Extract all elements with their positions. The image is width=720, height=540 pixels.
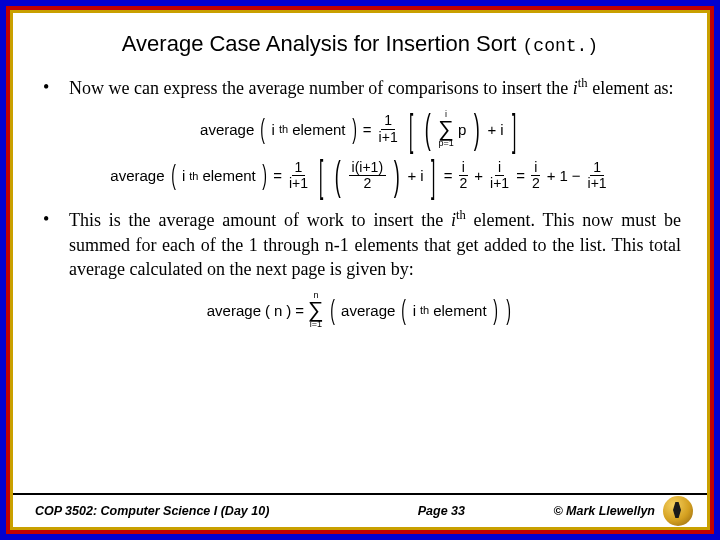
bullet-1-text: Now we can express the average number of… — [69, 75, 674, 100]
bullet-2-text: This is the average amount of work to in… — [69, 207, 681, 281]
bullet-marker-2: • — [39, 207, 69, 281]
f-i: i — [272, 121, 275, 138]
f-pl: + — [488, 121, 497, 138]
f2-1: 1 — [292, 160, 306, 176]
f-p: p — [458, 121, 466, 138]
f2-pl2: + — [474, 167, 483, 184]
f-avg: average — [200, 121, 254, 138]
f2-el: element — [202, 167, 255, 184]
bullet-marker: • — [39, 75, 69, 100]
f2-fip: i+1 — [487, 176, 512, 191]
slide-border-inner: Average Case Analysis for Insertion Sort… — [10, 10, 710, 530]
bullet1-post: element as: — [588, 78, 674, 98]
b2-a: This is the average amount of work to in… — [69, 210, 451, 230]
footer-page: Page 33 — [269, 504, 553, 518]
formula-3: average(n) = n∑i=1 (average(ith element)… — [39, 291, 681, 329]
f2-iip1: i(i+1) — [349, 160, 387, 176]
bullet1-pre: Now we can express the average number of… — [69, 78, 573, 98]
footer-author: © Mark Llewellyn — [553, 504, 655, 518]
formula-2: average(ith element) = 1i+1 [( i(i+1)2 )… — [39, 158, 681, 193]
f3-th: th — [420, 304, 429, 316]
f2-ip1: i+1 — [286, 176, 311, 191]
f-el: element — [292, 121, 345, 138]
f-eq: = — [363, 121, 372, 138]
f2-fi3: i — [531, 160, 540, 176]
f2-f2: 2 — [456, 176, 470, 191]
footer-course: COP 3502: Computer Science I (Day 10) — [35, 504, 269, 518]
s3-bot: i=1 — [310, 320, 322, 329]
slide-title: Average Case Analysis for Insertion Sort… — [39, 31, 681, 57]
formula-1: average(ith element) = 1i+1 [( i∑p=1 p )… — [39, 110, 681, 148]
f3-i: i — [413, 302, 416, 319]
f2-pl: + — [407, 167, 416, 184]
f2-th: th — [189, 170, 198, 182]
f3-el: element — [433, 302, 486, 319]
bullet-2: • This is the average amount of work to … — [39, 207, 681, 281]
f2-pl3: + — [547, 167, 556, 184]
bullet-1: • Now we can express the average number … — [39, 75, 681, 100]
slide-border-outer: Average Case Analysis for Insertion Sort… — [0, 0, 720, 540]
f2-fi2: i — [495, 160, 504, 176]
f2-fi: i — [459, 160, 468, 176]
b2-th: th — [456, 208, 466, 222]
slide-body: Average Case Analysis for Insertion Sort… — [13, 13, 707, 527]
f-th: th — [279, 123, 288, 135]
ucf-logo-icon — [663, 496, 693, 526]
slide-footer: COP 3502: Computer Science I (Day 10) Pa… — [13, 493, 707, 527]
f2-fip2: i+1 — [585, 176, 610, 191]
bullet1-th: th — [578, 76, 588, 90]
slide-border-mid: Average Case Analysis for Insertion Sort… — [6, 6, 714, 534]
f2-eq: = — [273, 167, 282, 184]
title-cont: (cont.) — [523, 36, 599, 56]
f-i2: i — [500, 121, 503, 138]
f2-mi: − — [572, 167, 581, 184]
f2-2: 2 — [360, 176, 374, 191]
f2-i: i — [182, 167, 185, 184]
f2-o2: 1 — [590, 160, 604, 176]
title-text: Average Case Analysis for Insertion Sort — [122, 31, 517, 56]
f2-avg: average — [110, 167, 164, 184]
f2-f22: 2 — [529, 176, 543, 191]
f3-avg2: average — [341, 302, 395, 319]
f-ip1: i+1 — [376, 130, 401, 145]
f2-o: 1 — [559, 167, 567, 184]
f3-eq: = — [295, 302, 304, 319]
f-1: 1 — [381, 113, 395, 129]
f3-avg: average — [207, 302, 261, 319]
f2-eq2: = — [444, 167, 453, 184]
f2-eq3: = — [516, 167, 525, 184]
f3-n: n — [274, 302, 282, 319]
s-bot: p=1 — [438, 139, 453, 148]
f2-i2: i — [420, 167, 423, 184]
